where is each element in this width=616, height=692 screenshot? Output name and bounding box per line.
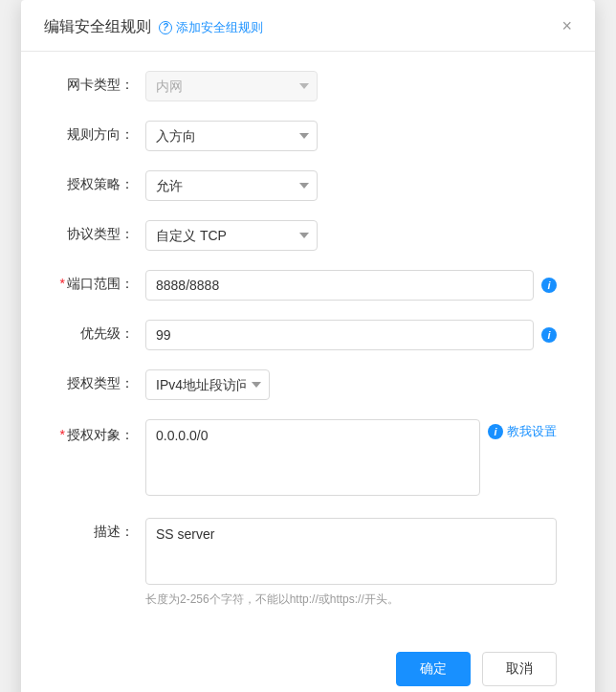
policy-label: 授权策略： bbox=[59, 170, 145, 193]
nic-type-select[interactable]: 内网 bbox=[145, 71, 318, 101]
auth-type-select[interactable]: IPv4地址段访问 bbox=[145, 369, 270, 400]
direction-row: 规则方向： 入方向 bbox=[59, 121, 557, 151]
auth-object-wrapper bbox=[145, 419, 480, 499]
teach-label-text: 教我设置 bbox=[507, 423, 557, 440]
help-circle-icon: ? bbox=[159, 21, 172, 34]
auth-object-row: 授权对象： i 教我设置 bbox=[59, 419, 557, 499]
auth-object-row-inner: i 教我设置 bbox=[145, 419, 557, 499]
direction-select[interactable]: 入方向 bbox=[145, 121, 318, 151]
auth-object-label: 授权对象： bbox=[59, 419, 145, 444]
header-help-label: 添加安全组规则 bbox=[176, 19, 263, 36]
dialog-title: 编辑安全组规则 bbox=[44, 17, 151, 37]
auth-type-control: IPv4地址段访问 bbox=[145, 369, 557, 400]
dialog-header: 编辑安全组规则 ? 添加安全组规则 × bbox=[21, 0, 595, 52]
protocol-select[interactable]: 自定义 TCP bbox=[145, 220, 318, 251]
close-button[interactable]: × bbox=[556, 15, 578, 36]
nic-type-control: 内网 bbox=[145, 71, 557, 101]
description-row: 描述： 长度为2-256个字符，不能以http://或https://开头。 bbox=[59, 518, 557, 608]
policy-select[interactable]: 允许 bbox=[145, 170, 318, 201]
auth-object-input[interactable] bbox=[145, 419, 480, 496]
priority-label: 优先级： bbox=[59, 320, 145, 343]
direction-label: 规则方向： bbox=[59, 121, 145, 144]
port-input[interactable] bbox=[145, 270, 534, 301]
port-info-icon[interactable]: i bbox=[541, 278, 557, 293]
priority-row: 优先级： i bbox=[59, 320, 557, 350]
dialog-footer: 确定 取消 bbox=[21, 636, 595, 686]
dialog-body: 网卡类型： 内网 规则方向： 入方向 授权策略： 允许 bbox=[21, 52, 595, 636]
policy-row: 授权策略： 允许 bbox=[59, 170, 557, 201]
auth-type-label: 授权类型： bbox=[59, 369, 145, 392]
description-label: 描述： bbox=[59, 518, 145, 541]
port-label: 端口范围： bbox=[59, 270, 145, 293]
nic-type-label: 网卡类型： bbox=[59, 71, 145, 94]
priority-input[interactable] bbox=[145, 320, 534, 350]
port-control: i bbox=[145, 270, 557, 301]
port-row: 端口范围： i bbox=[59, 270, 557, 301]
confirm-button[interactable]: 确定 bbox=[396, 652, 471, 686]
policy-control: 允许 bbox=[145, 170, 557, 201]
description-hint: 长度为2-256个字符，不能以http://或https://开头。 bbox=[145, 592, 557, 608]
protocol-control: 自定义 TCP bbox=[145, 220, 557, 251]
teach-info-icon: i bbox=[488, 424, 503, 439]
protocol-row: 协议类型： 自定义 TCP bbox=[59, 220, 557, 251]
priority-control: i bbox=[145, 320, 557, 350]
direction-control: 入方向 bbox=[145, 121, 557, 151]
auth-type-row: 授权类型： IPv4地址段访问 bbox=[59, 369, 557, 400]
protocol-label: 协议类型： bbox=[59, 220, 145, 243]
nic-type-row: 网卡类型： 内网 bbox=[59, 71, 557, 101]
description-input[interactable] bbox=[145, 518, 557, 585]
security-group-dialog: 编辑安全组规则 ? 添加安全组规则 × 网卡类型： 内网 规则方向： 入方向 bbox=[21, 0, 595, 692]
teach-link[interactable]: i 教我设置 bbox=[488, 419, 557, 440]
description-control: 长度为2-256个字符，不能以http://或https://开头。 bbox=[145, 518, 557, 608]
cancel-button[interactable]: 取消 bbox=[482, 652, 557, 686]
header-help-link[interactable]: ? 添加安全组规则 bbox=[159, 19, 263, 36]
priority-info-icon[interactable]: i bbox=[541, 327, 557, 343]
